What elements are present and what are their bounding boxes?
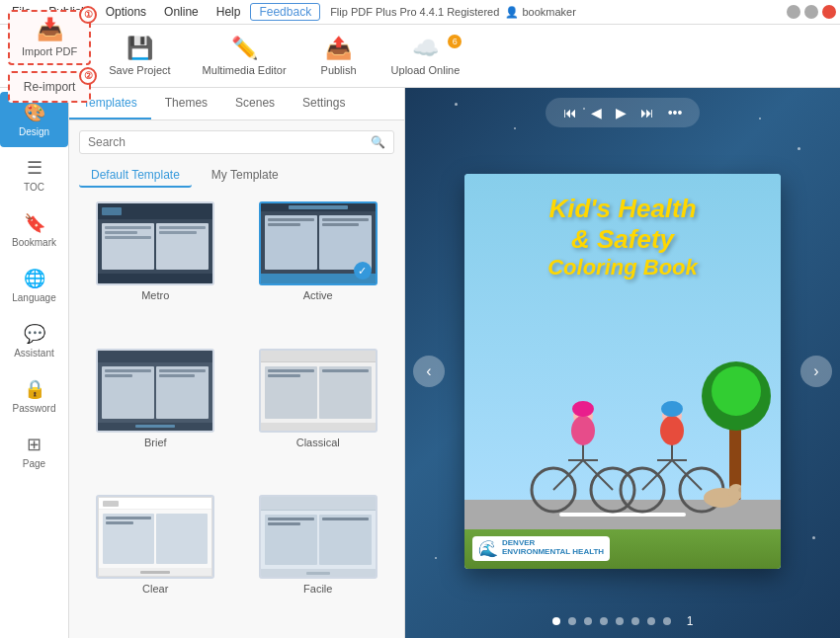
svg-line-12 (642, 460, 672, 490)
template-active-label: Active (303, 289, 333, 301)
annotation-2: ② (79, 67, 97, 85)
template-facile[interactable]: Facile (242, 493, 395, 630)
multimedia-label: Multimedia Editor (203, 64, 287, 76)
tab-my-template[interactable]: My Template (200, 164, 291, 188)
svg-line-2 (553, 460, 583, 490)
book-scene: 🌊 DENVER ENVIRONMENTAL HEALTH (464, 332, 781, 569)
panel: Templates Themes Scenes Settings 🔍 Defau… (69, 88, 405, 638)
prev-page-button[interactable]: ◀ (587, 103, 606, 122)
publish-button[interactable]: 📤 Publish (304, 29, 374, 84)
dot-4[interactable] (600, 617, 608, 625)
svg-point-9 (572, 401, 594, 417)
sidebar-item-page[interactable]: ⊞ Page (0, 424, 68, 479)
template-metro[interactable]: Metro (79, 199, 232, 337)
tab-themes[interactable]: Themes (151, 88, 221, 120)
search-icon: 🔍 (371, 135, 385, 149)
tab-scenes[interactable]: Scenes (221, 88, 289, 120)
template-clear[interactable]: Clear (79, 493, 232, 630)
book-cover: Kid's Health & Safety Coloring Book (464, 174, 781, 569)
search-input[interactable] (88, 135, 371, 149)
dot-2[interactable] (568, 617, 576, 625)
import-group: 📥 Import PDF ① Re-import ② (8, 10, 91, 103)
bookmark-icon: 🔖 (24, 212, 45, 234)
template-brief[interactable]: Brief (79, 347, 232, 484)
upload-online-button[interactable]: ☁️ Upload Online 6 (378, 29, 474, 84)
sidebar-item-password[interactable]: 🔒 Password (0, 368, 68, 424)
language-icon: 🌐 (24, 268, 45, 289)
toc-icon: ☰ (27, 157, 42, 179)
menu-online[interactable]: Online (156, 3, 207, 21)
menu-feedback[interactable]: Feedback (250, 3, 320, 21)
dot-7[interactable] (647, 617, 655, 625)
preview-pagination: 1 (552, 614, 694, 628)
reimport-button[interactable]: Re-import ② (8, 71, 91, 103)
sidebar-label-page: Page (23, 458, 45, 469)
last-page-button[interactable]: ⏭ (636, 103, 658, 122)
sidebar-label-assistant: Assistant (14, 348, 54, 359)
minimize-button[interactable] (787, 5, 800, 19)
page-icon: ⊞ (27, 434, 42, 455)
template-brief-thumb (96, 349, 214, 433)
upload-badge: 6 (448, 35, 462, 48)
preview-area: ⏮ ◀ ▶ ⏭ ••• ‹ Kid's Health & Safety Colo… (405, 88, 840, 638)
sidebar: 🎨 Design ☰ TOC 🔖 Bookmark 🌐 Language 💬 A… (0, 88, 69, 638)
multimedia-editor-button[interactable]: ✏️ Multimedia Editor (189, 29, 300, 84)
save-project-button[interactable]: 💾 Save Project (95, 29, 184, 84)
sidebar-label-password: Password (13, 403, 56, 414)
more-options-button[interactable]: ••• (664, 103, 687, 122)
star-1 (455, 103, 458, 106)
denver-icon: 🌊 (478, 539, 498, 558)
denver-label-2: ENVIRONMENTAL HEALTH (502, 548, 604, 557)
dot-3[interactable] (584, 617, 592, 625)
toolbar: 📥 Import PDF ① Re-import ② 💾 Save Projec… (0, 25, 840, 88)
preview-controls: ⏮ ◀ ▶ ⏭ ••• (546, 98, 701, 127)
window-controls (787, 5, 836, 19)
sidebar-item-bookmark[interactable]: 🔖 Bookmark (0, 202, 68, 258)
dot-5[interactable] (616, 617, 624, 625)
book-title-line1: Kid's Health (474, 194, 771, 224)
book-title-line3: Coloring Book (474, 255, 771, 280)
dot-8[interactable] (663, 617, 671, 625)
template-classical[interactable]: Classical (242, 347, 395, 484)
denver-logo: 🌊 DENVER ENVIRONMENTAL HEALTH (472, 536, 610, 561)
template-active[interactable]: ✓ Active (242, 199, 395, 337)
menu-bar: File Publish Options Online Help Feedbac… (0, 0, 840, 25)
menu-help[interactable]: Help (209, 3, 249, 21)
first-dot[interactable] (552, 617, 560, 625)
upload-icon: ☁️ (412, 36, 439, 61)
multimedia-icon: ✏️ (231, 36, 258, 61)
import-icon: 📥 (37, 17, 63, 42)
svg-line-3 (583, 460, 613, 490)
svg-point-8 (571, 416, 595, 445)
selected-check: ✓ (354, 262, 372, 279)
kids-illustration (484, 361, 741, 529)
tab-settings[interactable]: Settings (289, 88, 359, 120)
import-pdf-button[interactable]: 📥 Import PDF ① (8, 10, 91, 65)
next-page-button[interactable]: ▶ (612, 103, 630, 122)
template-classical-thumb (259, 349, 378, 433)
template-classical-label: Classical (296, 437, 340, 448)
tab-default-template[interactable]: Default Template (79, 164, 192, 188)
close-button[interactable] (822, 5, 836, 19)
menu-options[interactable]: Options (98, 3, 154, 21)
sidebar-label-design: Design (19, 126, 49, 137)
upload-label: Upload Online (391, 64, 461, 76)
templates-grid: Metro (69, 192, 404, 638)
first-page-button[interactable]: ⏮ (559, 103, 581, 122)
template-brief-label: Brief (144, 437, 167, 448)
dot-6[interactable] (631, 617, 639, 625)
save-icon: 💾 (126, 36, 153, 61)
sidebar-item-toc[interactable]: ☰ TOC (0, 147, 68, 202)
book-prev-button[interactable]: ‹ (413, 356, 445, 387)
book-next-button[interactable]: › (800, 356, 832, 387)
template-clear-label: Clear (142, 583, 168, 595)
sidebar-label-bookmark: Bookmark (12, 237, 56, 248)
maximize-button[interactable] (804, 5, 818, 19)
sidebar-item-language[interactable]: 🌐 Language (0, 258, 68, 313)
publish-icon: 📤 (325, 36, 352, 61)
assistant-icon: 💬 (24, 323, 45, 345)
sidebar-item-assistant[interactable]: 💬 Assistant (0, 313, 68, 368)
panel-tabs: Templates Themes Scenes Settings (69, 88, 404, 120)
reimport-label: Re-import (24, 80, 76, 94)
template-type-tabs: Default Template My Template (69, 160, 404, 192)
